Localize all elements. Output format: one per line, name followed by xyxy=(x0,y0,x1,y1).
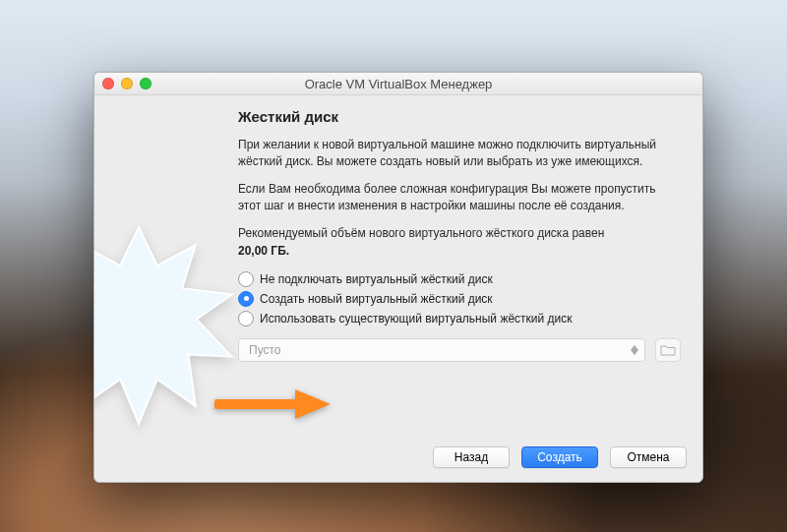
close-icon[interactable] xyxy=(102,78,114,89)
browse-disk-button xyxy=(655,338,681,362)
virtualbox-window: Oracle VM VirtualBox Менеджер Жесткий ди… xyxy=(93,72,703,483)
desktop-wallpaper: Oracle VM VirtualBox Менеджер Жесткий ди… xyxy=(0,0,787,532)
back-button[interactable]: Назад xyxy=(433,446,510,468)
window-controls xyxy=(102,78,151,89)
svg-marker-0 xyxy=(93,227,232,424)
radio-icon xyxy=(238,311,254,326)
option-no-disk[interactable]: Не подключать виртуальный жёсткий диск xyxy=(238,269,681,289)
option-label: Использовать существующий виртуальный жё… xyxy=(260,309,573,328)
option-label: Не подключать виртуальный жёсткий диск xyxy=(260,269,493,289)
option-create-disk[interactable]: Создать новый виртуальный жёсткий диск xyxy=(238,289,681,309)
option-use-existing-disk[interactable]: Использовать существующий виртуальный жё… xyxy=(238,309,681,328)
existing-disk-select: Пусто xyxy=(238,338,645,362)
wizard-buttons: Назад Создать Отмена xyxy=(433,446,687,468)
wizard-sidebar xyxy=(94,94,232,482)
hard-disk-options: Не подключать виртуальный жёсткий диск С… xyxy=(238,269,681,328)
wizard-content: Жесткий диск При желании к новой виртуал… xyxy=(232,94,702,482)
select-value: Пусто xyxy=(249,343,281,357)
radio-icon xyxy=(238,291,254,307)
intro-paragraph-1: При желании к новой виртуальной машине м… xyxy=(238,137,681,169)
annotation-starburst-icon xyxy=(93,222,242,429)
radio-icon xyxy=(238,271,254,287)
recommended-size-line: Рекомендуемый объём нового виртуального … xyxy=(238,225,681,242)
zoom-icon[interactable] xyxy=(140,78,151,89)
window-titlebar[interactable]: Oracle VM VirtualBox Менеджер xyxy=(94,73,702,95)
stepper-icon xyxy=(628,341,641,359)
folder-icon xyxy=(660,344,676,356)
create-button[interactable]: Создать xyxy=(521,446,598,468)
existing-disk-row: Пусто xyxy=(238,338,681,362)
intro-paragraph-2: Если Вам необходима более сложная конфиг… xyxy=(238,181,681,213)
page-title: Жесткий диск xyxy=(238,108,681,125)
recommended-size-value: 20,00 ГБ. xyxy=(238,244,681,258)
cancel-button[interactable]: Отмена xyxy=(610,446,687,468)
minimize-icon[interactable] xyxy=(121,78,133,89)
option-label: Создать новый виртуальный жёсткий диск xyxy=(260,289,493,309)
window-title: Oracle VM VirtualBox Менеджер xyxy=(305,77,493,91)
wizard-body: Жесткий диск При желании к новой виртуал… xyxy=(94,94,702,482)
